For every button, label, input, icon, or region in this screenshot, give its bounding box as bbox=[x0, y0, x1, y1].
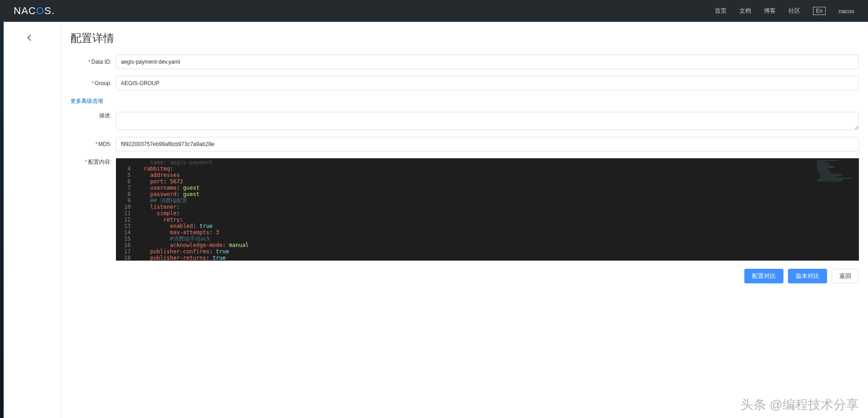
label-description: 描述: bbox=[70, 112, 116, 120]
left-edge-decoration bbox=[0, 22, 4, 418]
sidebar-back-button[interactable] bbox=[0, 31, 61, 45]
logo-highlight: O bbox=[36, 5, 44, 16]
nav-right: 首页 文档 博客 社区 En nacos bbox=[715, 7, 854, 15]
form-row-description: 描述: bbox=[70, 112, 859, 130]
nav-blog[interactable]: 博客 bbox=[764, 7, 776, 15]
logo[interactable]: NACOS. bbox=[14, 5, 55, 17]
compare-config-button[interactable]: 配置对比 bbox=[744, 269, 783, 283]
label-data-id: *Data ID: bbox=[70, 59, 116, 65]
back-button[interactable]: 返回 bbox=[832, 269, 859, 283]
sidebar bbox=[0, 22, 61, 418]
logo-suffix: S. bbox=[45, 5, 55, 16]
button-row: 配置对比 版本对比 返回 bbox=[70, 269, 859, 283]
advanced-options-link[interactable]: 更多高级选项 bbox=[70, 97, 103, 105]
form-row-group: *Group: bbox=[70, 76, 859, 91]
nav-home[interactable]: 首页 bbox=[715, 7, 727, 15]
nav-user[interactable]: nacos bbox=[838, 8, 854, 15]
logo-text: NAC bbox=[14, 5, 36, 16]
form-row-data-id: *Data ID: bbox=[70, 55, 859, 69]
code-gutter: 456789101112131415161718 bbox=[116, 158, 135, 261]
nav-community[interactable]: 社区 bbox=[788, 7, 800, 15]
label-content: *配置内容: bbox=[70, 158, 116, 166]
label-md5: *MD5: bbox=[70, 141, 116, 147]
chevron-left-icon bbox=[27, 35, 34, 41]
input-group[interactable] bbox=[116, 76, 859, 91]
compare-version-button[interactable]: 版本对比 bbox=[788, 269, 827, 283]
container: 配置详情 *Data ID: *Group: 更多高级选项 描述: *MD5: … bbox=[0, 22, 868, 418]
page-title: 配置详情 bbox=[70, 31, 859, 45]
label-group: *Group: bbox=[70, 80, 116, 86]
code-content[interactable]: name: aegis-payment rabbitmq: addresses … bbox=[135, 158, 813, 261]
nav-docs[interactable]: 文档 bbox=[739, 7, 751, 15]
input-data-id[interactable] bbox=[116, 55, 859, 69]
input-md5[interactable] bbox=[116, 137, 859, 151]
header: NACOS. 首页 文档 博客 社区 En nacos bbox=[0, 0, 868, 22]
form-row-md5: *MD5: bbox=[70, 137, 859, 151]
main-content: 配置详情 *Data ID: *Group: 更多高级选项 描述: *MD5: … bbox=[61, 22, 868, 418]
code-editor[interactable]: 456789101112131415161718 name: aegis-pay… bbox=[116, 158, 859, 261]
textarea-description[interactable] bbox=[116, 112, 859, 130]
lang-toggle[interactable]: En bbox=[813, 7, 826, 15]
form-row-content: *配置内容: 456789101112131415161718 name: ae… bbox=[70, 158, 859, 261]
code-minimap[interactable] bbox=[813, 158, 859, 261]
